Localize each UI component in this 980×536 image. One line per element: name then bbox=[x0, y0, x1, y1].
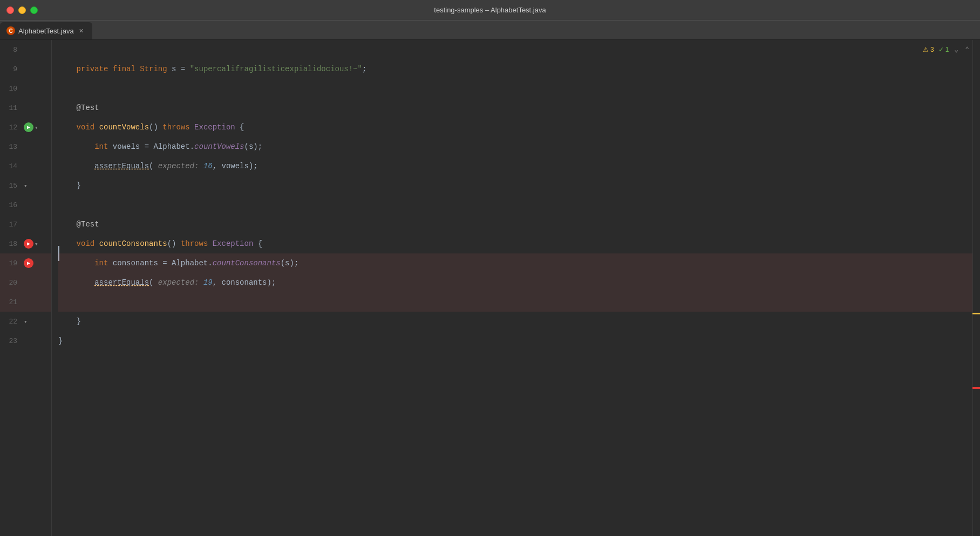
window-title: testing-samples – AlphabetTest.java bbox=[434, 6, 546, 14]
run-test-icon-12[interactable]: ▶ bbox=[24, 122, 33, 132]
code-line-10 bbox=[58, 79, 972, 98]
scrollbar[interactable] bbox=[972, 40, 980, 536]
tab-file-icon: C bbox=[6, 26, 15, 35]
run-cursor-icon-19[interactable]: ▶ bbox=[24, 258, 33, 268]
kw-void-18: void bbox=[77, 239, 95, 248]
tab-close-button[interactable]: ✕ bbox=[77, 26, 86, 35]
code-line-17: @Test bbox=[58, 215, 972, 234]
hint-expected-14: expected: bbox=[158, 162, 203, 170]
close-brace-22: } bbox=[77, 317, 81, 326]
tab-label: AlphabetTest.java bbox=[18, 27, 74, 35]
line-number-18: 18 bbox=[0, 240, 22, 248]
code-line-8 bbox=[58, 40, 972, 59]
method-countConsonants-call: countConsonants bbox=[213, 259, 281, 267]
gutter-row-19: 19 ▶ bbox=[0, 253, 51, 273]
kw-int-13: int bbox=[94, 142, 108, 151]
annotation-test-17: @Test bbox=[77, 220, 99, 229]
code-line-23: } bbox=[58, 331, 972, 351]
fold-icon-18[interactable]: ▾ bbox=[35, 240, 38, 248]
gutter-row-21: 21 bbox=[0, 292, 51, 312]
gutter-row-12: 12 ▶ ▾ bbox=[0, 118, 51, 137]
editor: ⚠ 3 ✓ 1 ⌄ ⌃ 8 9 10 11 bbox=[0, 40, 980, 536]
kw-private-9: private bbox=[77, 65, 108, 73]
indent-22 bbox=[58, 317, 77, 326]
gutter-row-8: 8 bbox=[0, 40, 51, 59]
code-line-13: int vowels = Alphabet . countVowels (s); bbox=[58, 137, 972, 156]
indent-15 bbox=[58, 181, 77, 190]
method-countConsonants: countConsonants bbox=[99, 239, 167, 248]
scrollbar-marker-warning bbox=[972, 313, 980, 314]
code-line-18: void countConsonants () throws Exception… bbox=[58, 234, 972, 253]
code-line-11: @Test bbox=[58, 98, 972, 118]
kw-throws-18: throws bbox=[181, 239, 208, 248]
gutter-row-11: 11 bbox=[0, 98, 51, 118]
line-number-10: 10 bbox=[0, 85, 22, 93]
code-content: private final String s = "supercalifragi… bbox=[52, 40, 972, 351]
gutter-row-20: 20 bbox=[0, 273, 51, 292]
hint-value-19: 19 bbox=[203, 278, 213, 287]
gutter-row-15: 15 ▾ bbox=[0, 176, 51, 195]
code-line-12: void countVowels () throws Exception { bbox=[58, 118, 972, 137]
exception-12: Exception bbox=[194, 123, 235, 132]
class-alphabet-13: Alphabet bbox=[153, 142, 189, 151]
gutter-icons-15: ▾ bbox=[22, 182, 51, 189]
gutter-row-17: 17 bbox=[0, 215, 51, 234]
line-number-13: 13 bbox=[0, 143, 22, 151]
code-line-9: private final String s = "supercalifragi… bbox=[58, 59, 972, 79]
indent-17 bbox=[58, 220, 77, 229]
fold-icon-12[interactable]: ▾ bbox=[35, 124, 38, 131]
code-line-16 bbox=[58, 195, 972, 215]
method-countVowels-call: countVowels bbox=[194, 142, 244, 151]
run-test-icon-18[interactable]: ▶ bbox=[24, 239, 33, 249]
gutter-row-13: 13 bbox=[0, 137, 51, 156]
gutter-row-10: 10 bbox=[0, 79, 51, 98]
indent-14 bbox=[58, 162, 94, 170]
line-number-11: 11 bbox=[0, 104, 22, 112]
line-number-14: 14 bbox=[0, 162, 22, 170]
minimize-button[interactable] bbox=[18, 6, 26, 14]
line-number-20: 20 bbox=[0, 279, 22, 287]
code-line-21 bbox=[58, 292, 972, 312]
class-alphabet-19: Alphabet bbox=[172, 259, 208, 267]
line-number-12: 12 bbox=[0, 123, 22, 132]
line-number-23: 23 bbox=[0, 337, 22, 345]
line-number-15: 15 bbox=[0, 182, 22, 190]
string-literal-9: "supercalifragilisticexpialidocious!~" bbox=[190, 65, 362, 73]
line-number-17: 17 bbox=[0, 221, 22, 229]
code-line-19: int consonants = Alphabet . countConsona… bbox=[58, 253, 972, 273]
gutter-row-23: 23 bbox=[0, 331, 51, 351]
kw-final-9: final bbox=[113, 65, 135, 73]
code-area[interactable]: private final String s = "supercalifragi… bbox=[52, 40, 972, 536]
fold-icon-15[interactable]: ▾ bbox=[24, 182, 28, 189]
kw-void-12: void bbox=[77, 123, 95, 132]
gutter-icons-18: ▶ ▾ bbox=[22, 239, 51, 249]
hint-value-16: 16 bbox=[203, 162, 213, 170]
line-number-9: 9 bbox=[0, 65, 22, 73]
scrollbar-marker-error bbox=[972, 387, 980, 389]
close-brace-15: } bbox=[77, 181, 81, 190]
exception-18: Exception bbox=[213, 239, 254, 248]
line-number-21: 21 bbox=[0, 298, 22, 306]
indent-13 bbox=[58, 142, 94, 151]
close-button[interactable] bbox=[6, 6, 14, 14]
gutter-row-18: 18 ▶ ▾ bbox=[0, 234, 51, 253]
gutter-row-22: 22 ▾ bbox=[0, 312, 51, 331]
line-number-16: 16 bbox=[0, 201, 22, 209]
hint-expected-20: expected: bbox=[158, 278, 203, 287]
method-assertEquals-14: assertEquals bbox=[94, 162, 149, 170]
maximize-button[interactable] bbox=[30, 6, 38, 14]
tab-bar: C AlphabetTest.java ✕ bbox=[0, 20, 980, 40]
gutter-icons-22: ▾ bbox=[22, 318, 51, 325]
line-number-19: 19 bbox=[0, 259, 22, 267]
method-assertEquals-20: assertEquals bbox=[94, 278, 149, 287]
tab-alphabettest[interactable]: C AlphabetTest.java ✕ bbox=[0, 22, 92, 39]
fold-icon-22[interactable]: ▾ bbox=[24, 318, 28, 325]
gutter-icons-19: ▶ bbox=[22, 258, 51, 268]
indent-18 bbox=[58, 239, 77, 248]
traffic-lights bbox=[6, 6, 38, 14]
kw-throws-12: throws bbox=[162, 123, 189, 132]
gutter-icons-12: ▶ ▾ bbox=[22, 122, 51, 132]
code-line-20: assertEquals ( expected: 19 , consonants… bbox=[58, 273, 972, 292]
indent-11 bbox=[58, 104, 77, 112]
indent-12 bbox=[58, 123, 77, 132]
